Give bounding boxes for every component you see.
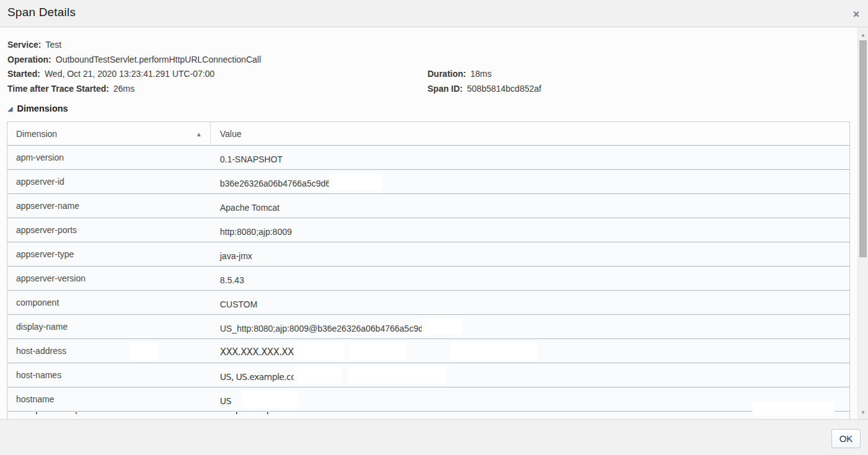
dimension-cell: host-address bbox=[7, 346, 211, 356]
span-id-label: Span ID: bbox=[427, 84, 463, 94]
scroll-down-icon[interactable]: ▼ bbox=[858, 410, 868, 415]
dimension-cell: appserver-type bbox=[7, 249, 211, 259]
duration-value: 18ms bbox=[470, 69, 491, 79]
dialog-footer: OK bbox=[0, 419, 868, 455]
span-id-value: 508b5814bcd852af bbox=[467, 84, 541, 94]
span-id-field: Span ID:508b5814bcd852af bbox=[427, 84, 541, 99]
redaction-box bbox=[294, 366, 341, 384]
value-cell: 8.5.43 bbox=[211, 275, 244, 285]
collapse-triangle-icon: ◢ bbox=[7, 105, 12, 113]
column-header-dimension[interactable]: Dimension ▲ bbox=[7, 122, 211, 145]
dimension-cell: appserver-ports bbox=[7, 225, 211, 235]
scroll-up-icon[interactable]: ▲ bbox=[858, 32, 868, 38]
value-column-label: Value bbox=[220, 129, 242, 139]
value-cell: CUSTOM bbox=[211, 299, 257, 309]
value-cell: XXX.XXX.XXX.XXX bbox=[211, 347, 300, 358]
table-row[interactable]: host-names US, US.example.com bbox=[7, 363, 849, 387]
dimension-cell: component bbox=[7, 298, 211, 307]
span-meta-left: Service:Test Operation:OutboundTestServl… bbox=[7, 40, 261, 98]
clipped-text-fragment bbox=[76, 412, 77, 414]
time-after-trace-label: Time after Trace Started: bbox=[7, 84, 109, 94]
dimensions-section-title: Dimensions bbox=[17, 104, 68, 113]
dimension-column-label: Dimension bbox=[16, 129, 57, 139]
dimension-cell: hostname bbox=[7, 394, 211, 404]
dimension-cell: appserver-name bbox=[7, 201, 211, 211]
redaction-box bbox=[422, 319, 463, 335]
clipped-text-fragment bbox=[36, 412, 37, 414]
table-row[interactable]: hostname US bbox=[7, 387, 849, 412]
table-row[interactable]: component CUSTOM bbox=[7, 291, 849, 315]
started-field: Started:Wed, Oct 21, 2020 13:23:41.291 U… bbox=[7, 69, 261, 84]
redaction-box bbox=[752, 402, 835, 415]
started-value: Wed, Oct 21, 2020 13:23:41.291 UTC-07:00 bbox=[45, 69, 214, 79]
span-meta-right: Duration:18ms Span ID:508b5814bcd852af bbox=[427, 69, 541, 98]
scrollbar-thumb[interactable] bbox=[859, 40, 867, 257]
value-cell: 0.1-SNAPSHOT bbox=[211, 154, 283, 164]
value-cell: US bbox=[211, 396, 231, 406]
redaction-box bbox=[329, 173, 382, 190]
operation-field: Operation:OutboundTestServlet.performHtt… bbox=[7, 55, 261, 69]
table-row[interactable]: display-name US_http:8080;ajp:8009@b36e2… bbox=[7, 315, 849, 339]
duration-field: Duration:18ms bbox=[427, 69, 541, 84]
redaction-box bbox=[451, 342, 537, 360]
dimension-cell: display-name bbox=[7, 322, 211, 332]
dimensions-table: Dimension ▲ Value apm-version 0.1-SNAPSH… bbox=[7, 121, 850, 419]
time-after-trace-field: Time after Trace Started:26ms bbox=[7, 84, 261, 99]
value-cell: http:8080;ajp:8009 bbox=[211, 227, 292, 237]
table-row[interactable]: appserver-type java-jmx bbox=[7, 242, 849, 267]
table-row[interactable]: apm-version 0.1-SNAPSHOT bbox=[7, 146, 849, 170]
close-icon[interactable]: × bbox=[849, 7, 863, 21]
dimension-cell: apm-version bbox=[7, 152, 211, 162]
value-cell: Apache Tomcat bbox=[211, 203, 279, 213]
table-header-row: Dimension ▲ Value bbox=[7, 121, 849, 146]
redaction-box bbox=[294, 342, 345, 360]
dialog-header: Span Details × bbox=[0, 0, 868, 27]
vertical-scrollbar[interactable]: ▲ ▼ bbox=[857, 27, 868, 419]
table-row-clipped[interactable] bbox=[7, 412, 849, 419]
page-title: Span Details bbox=[7, 6, 76, 19]
value-cell: java-jmx bbox=[211, 251, 252, 261]
table-row[interactable]: appserver-id b36e26326a06b4766a5c9d6 bbox=[7, 170, 849, 194]
time-after-trace-value: 26ms bbox=[113, 84, 134, 94]
table-row[interactable]: appserver-name Apache Tomcat bbox=[7, 194, 849, 218]
clipped-text-fragment bbox=[236, 412, 237, 414]
operation-label: Operation: bbox=[7, 55, 51, 64]
operation-value: OutboundTestServlet.performHttpURLConnec… bbox=[56, 55, 261, 64]
dimension-cell: host-names bbox=[7, 370, 211, 380]
service-field: Service:Test bbox=[7, 40, 261, 55]
redaction-box bbox=[349, 342, 406, 360]
redaction-box bbox=[348, 366, 446, 384]
redaction-box bbox=[241, 391, 298, 408]
dimensions-section-toggle[interactable]: ◢Dimensions bbox=[7, 103, 68, 114]
duration-label: Duration: bbox=[427, 69, 466, 79]
service-value: Test bbox=[45, 40, 61, 50]
value-cell: US, US.example.com bbox=[211, 372, 304, 382]
value-cell: b36e26326a06b4766a5c9d6 bbox=[211, 179, 330, 188]
ok-button[interactable]: OK bbox=[831, 429, 861, 448]
column-header-value[interactable]: Value bbox=[211, 122, 849, 145]
redaction-box bbox=[130, 342, 157, 360]
table-row[interactable]: appserver-ports http:8080;ajp:8009 bbox=[7, 218, 849, 242]
sort-ascending-icon[interactable]: ▲ bbox=[196, 131, 202, 138]
started-label: Started: bbox=[7, 69, 40, 79]
span-details-dialog: Span Details × Service:Test Operation:Ou… bbox=[0, 0, 868, 455]
table-row[interactable]: host-address XXX.XXX.XXX.XXX bbox=[7, 339, 849, 363]
table-row[interactable]: appserver-version 8.5.43 bbox=[7, 267, 849, 291]
clipped-text-fragment bbox=[267, 412, 268, 414]
service-label: Service: bbox=[7, 40, 41, 50]
value-cell: US_http:8080;ajp:8009@b36e26326a06b4766a… bbox=[211, 324, 423, 334]
dimension-cell: appserver-version bbox=[7, 273, 211, 283]
dimension-cell: appserver-id bbox=[7, 177, 211, 187]
